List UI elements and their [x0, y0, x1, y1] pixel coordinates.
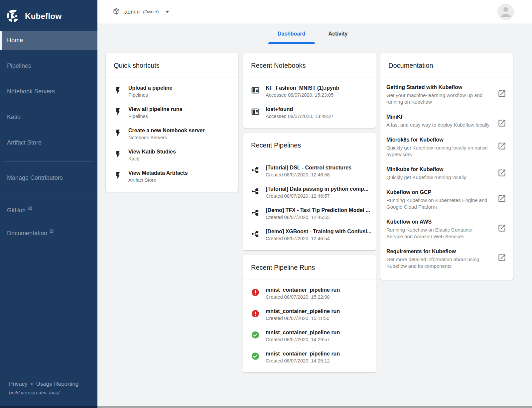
doc-link-getting-started[interactable]: Getting Started with Kubeflow Get your m… [380, 80, 513, 110]
pipeline-item[interactable]: [Demo] TFX - Taxi Tip Prediction Model .… [243, 203, 376, 224]
bolt-icon [114, 107, 122, 116]
pipeline-icon [251, 208, 260, 217]
bolt-icon [114, 129, 122, 137]
notebook-icon [251, 86, 260, 95]
shortcut-view-pipeline-runs[interactable]: View all pipeline runs Pipelines [106, 102, 238, 123]
namespace-name: admin [124, 9, 140, 15]
success-icon [251, 331, 260, 339]
tab-dashboard[interactable]: Dashboard [268, 24, 315, 44]
item-title: mnist_container_pipeline run [266, 308, 372, 314]
item-subtitle: Created 08/07/2020, 12:46:57 [266, 193, 372, 199]
sidebar-item-notebook-servers[interactable]: Notebook Servers [0, 82, 97, 101]
open-in-new-icon [497, 142, 506, 151]
sidebar-nav: Home Pipelines Notebook Servers Katib Ar… [0, 31, 97, 152]
doc-link-minikube[interactable]: Minikube for Kubeflow Quickly get Kubefl… [380, 162, 513, 185]
column-left: Quick shortcuts Upload a pipeline Pipeli… [106, 53, 238, 192]
sidebar-item-github[interactable]: GitHub [0, 201, 97, 220]
privacy-link[interactable]: Privacy [9, 381, 28, 387]
logo-wordmark: Kubeflow [25, 12, 62, 21]
doc-title: Getting Started with Kubeflow [386, 84, 490, 90]
item-subtitle: Created 08/07/2020, 14:29:57 [266, 337, 372, 342]
sidebar-item-label: Katib [7, 114, 21, 121]
tab-label: Dashboard [278, 31, 306, 37]
sidebar-item-label: Artifact Store [7, 139, 42, 146]
tab-bar: Dashboard Activity [97, 24, 532, 44]
kubeflow-logo[interactable]: Kubeflow [0, 0, 97, 27]
card-recent-pipeline-runs: Recent Pipeline Runs mnist_container_pip… [243, 255, 376, 372]
card-title: Recent Notebooks [243, 53, 376, 77]
doc-link-kubeflow-aws[interactable]: Kubeflow on AWS Running Kubeflow on Elas… [380, 215, 513, 244]
error-icon [251, 288, 260, 297]
column-middle: Recent Notebooks KF_Fashion_MNIST (1).ip… [243, 53, 376, 372]
doc-link-kubeflow-gcp[interactable]: Kubeflow on GCP Running Kubeflow on Kube… [380, 185, 513, 215]
pipeline-icon [251, 187, 260, 196]
open-in-new-icon [497, 89, 506, 98]
doc-title: MiniKF [386, 114, 490, 120]
sidebar-item-home[interactable]: Home [0, 31, 97, 50]
card-documentation: Documentation Getting Started with Kubef… [380, 53, 513, 280]
sidebar: Kubeflow Home Pipelines Notebook Servers… [0, 0, 97, 408]
doc-desc: Running Kubeflow on Kubernetes Engine an… [386, 197, 490, 210]
item-title: View Katib Studies [128, 149, 235, 155]
doc-link-requirements[interactable]: Requirements for Kubeflow Get more detai… [380, 244, 513, 274]
column-right: Documentation Getting Started with Kubef… [380, 53, 513, 280]
doc-desc: Get your machine-learning workflow up an… [386, 92, 490, 105]
namespace-cube-icon [113, 8, 120, 16]
card-title: Recent Pipeline Runs [243, 255, 376, 279]
open-in-new-icon [497, 168, 506, 177]
sidebar-item-manage-contributors[interactable]: Manage Contributors [0, 168, 97, 187]
item-title: lost+found [266, 106, 372, 112]
sidebar-footer: Privacy • Usage Reporting build version … [9, 381, 78, 395]
doc-desc: Get more detailed information about usin… [386, 256, 490, 269]
bolt-icon [114, 86, 122, 95]
item-subtitle: Created 08/07/2020, 12:46:55 [266, 215, 372, 220]
open-in-new-icon [28, 206, 32, 210]
shortcut-create-notebook-server[interactable]: Create a new Notebook server Notebook Se… [106, 123, 238, 145]
item-subtitle: Created 08/07/2020, 12:46:54 [266, 236, 372, 241]
pipeline-run-item[interactable]: mnist_container_pipeline run Created 08/… [243, 283, 376, 304]
doc-desc: Quickly get Kubeflow running locally [386, 174, 490, 181]
pipeline-item[interactable]: [Tutorial] DSL - Control structures Crea… [243, 160, 376, 182]
sidebar-item-documentation[interactable]: Documentation [0, 224, 97, 243]
main-area: admin (Owner) Dashboard Activity [97, 0, 532, 408]
pipeline-item[interactable]: [Demo] XGBoost - Training with Confusi..… [243, 224, 376, 246]
pipeline-run-item[interactable]: mnist_container_pipeline run Created 08/… [243, 347, 376, 368]
doc-title: Minikube for Kubeflow [386, 166, 490, 172]
notebook-icon [251, 107, 260, 116]
pipeline-item[interactable]: [Tutorial] Data passing in python comp..… [243, 182, 376, 203]
shortcut-view-katib-studies[interactable]: View Katib Studies Katib [106, 145, 238, 166]
item-subtitle: Accessed 08/07/2020, 15:23:05 [266, 92, 372, 98]
card-quick-shortcuts: Quick shortcuts Upload a pipeline Pipeli… [106, 53, 238, 192]
doc-link-minikf[interactable]: MiniKF A fast and easy way to deploy Kub… [380, 110, 513, 133]
open-in-new-icon [497, 253, 506, 262]
sidebar-item-artifact-store[interactable]: Artifact Store [0, 133, 97, 152]
item-subtitle: Created 08/07/2020, 15:22:08 [266, 294, 372, 300]
kubeflow-dashboard: Kubeflow Home Pipelines Notebook Servers… [0, 0, 532, 408]
bolt-icon [114, 171, 122, 180]
item-title: mnist_container_pipeline run [266, 287, 372, 293]
card-recent-pipelines: Recent Pipelines [Tutorial] DSL - Contro… [243, 133, 376, 250]
item-subtitle: Notebook Servers [128, 135, 235, 140]
usage-reporting-link[interactable]: Usage Reporting [36, 381, 79, 387]
pipeline-run-item[interactable]: mnist_container_pipeline run Created 08/… [243, 325, 376, 347]
open-in-new-icon [497, 224, 506, 233]
pipeline-run-item[interactable]: mnist_container_pipeline run Created 08/… [243, 304, 376, 325]
shortcut-view-metadata-artifacts[interactable]: View Metadata Artifacts Artifact Store [106, 166, 238, 187]
notebook-item[interactable]: lost+found Accessed 08/07/2020, 13:46:37 [243, 102, 376, 123]
notebook-item[interactable]: KF_Fashion_MNIST (1).ipynb Accessed 08/0… [243, 81, 376, 102]
item-title: [Demo] XGBoost - Training with Confusi..… [266, 229, 372, 235]
sidebar-item-pipelines[interactable]: Pipelines [0, 56, 97, 75]
tab-activity[interactable]: Activity [315, 24, 361, 44]
namespace-role: (Owner) [143, 9, 159, 14]
doc-link-microk8s[interactable]: Microk8s for Kubeflow Quickly get Kubefl… [380, 133, 513, 162]
sidebar-item-katib[interactable]: Katib [0, 108, 97, 127]
sidebar-item-label: Home [7, 37, 23, 44]
card-title: Quick shortcuts [106, 53, 238, 77]
shortcut-upload-pipeline[interactable]: Upload a pipeline Pipelines [106, 81, 238, 102]
avatar[interactable] [497, 4, 514, 20]
topbar: admin (Owner) [97, 0, 532, 24]
namespace-selector[interactable]: admin (Owner) [113, 8, 169, 16]
item-subtitle: Created 08/07/2020, 15:11:50 [266, 316, 372, 321]
item-title: mnist_container_pipeline run [266, 351, 372, 357]
doc-title: Requirements for Kubeflow [386, 249, 490, 255]
